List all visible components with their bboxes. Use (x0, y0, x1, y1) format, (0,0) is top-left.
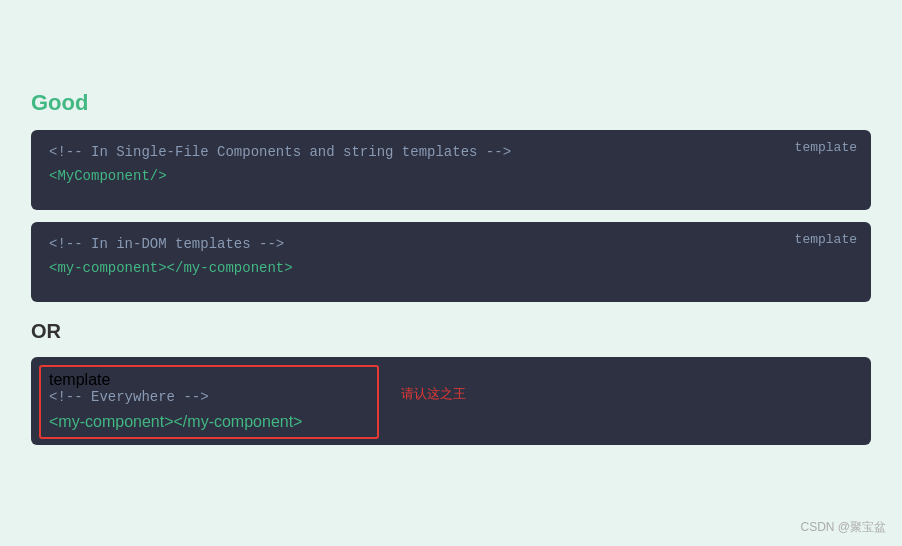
component-tag-3: <my-component></my-component> (49, 413, 302, 430)
code-block-1: template <!-- In Single-File Components … (31, 130, 871, 210)
template-label-2: template (795, 232, 857, 247)
good-title: Good (31, 90, 871, 116)
watermark: CSDN @聚宝盆 (800, 519, 886, 536)
code-block-2: template <!-- In in-DOM templates --> <m… (31, 222, 871, 302)
or-label: OR (31, 320, 871, 343)
component-tag-2: <my-component></my-component> (49, 260, 293, 276)
component-tag-1: <MyComponent/> (49, 168, 167, 184)
comment-2: <!-- In in-DOM templates --> (49, 236, 853, 252)
annotation-text: 请认这之王 (401, 385, 466, 403)
main-container: Good template <!-- In Single-File Compon… (21, 70, 881, 477)
comment-1: <!-- In Single-File Components and strin… (49, 144, 853, 160)
code-block-3: template <!-- Everywhere --> <my-compone… (31, 357, 871, 445)
code-line-1: <MyComponent/> (49, 168, 853, 184)
template-label-1: template (795, 140, 857, 155)
code-line-2: <my-component></my-component> (49, 260, 853, 276)
code-line-3: <my-component></my-component> (49, 413, 853, 431)
template-label-3: template (49, 371, 110, 388)
